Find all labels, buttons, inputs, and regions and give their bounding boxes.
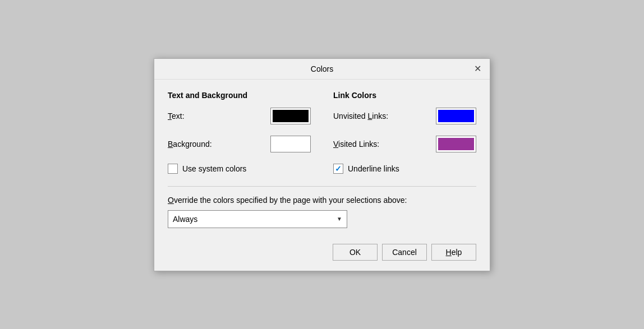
background-color-inner [273,138,309,150]
columns: Text and Background Text: Background: [168,91,476,177]
dropdown-value: Always [173,215,197,224]
checkmark-icon: ✓ [335,165,342,173]
text-color-label: Text: [168,112,185,121]
unvisited-links-row: Unvisited Links: [333,108,476,124]
use-system-colors-checkbox[interactable] [168,164,178,174]
text-background-title: Text and Background [168,91,311,100]
visited-links-inner [438,138,474,150]
text-background-column: Text and Background Text: Background: [168,91,311,177]
link-colors-title: Link Colors [333,91,476,100]
background-color-swatch[interactable] [270,136,311,152]
text-color-row: Text: [168,108,311,124]
underline-links-row: ✓ Underline links [333,164,476,174]
background-color-label: Background: [168,140,212,149]
unvisited-links-label: Unvisited Links: [333,112,388,121]
dropdown-wrapper: Always ▼ [168,210,476,228]
help-button[interactable]: Help [431,244,476,261]
text-color-swatch[interactable] [270,108,311,124]
use-system-colors-label: Use system colors [182,164,246,173]
unvisited-links-inner [438,110,474,122]
override-dropdown[interactable]: Always ▼ [168,210,347,228]
colors-dialog: Colors ✕ Text and Background Text: [154,58,490,271]
dialog-footer: OK Cancel Help [154,237,490,270]
underline-links-label: Underline links [348,164,399,173]
background-color-row: Background: [168,136,311,152]
override-label: Override the colors specified by the pag… [168,196,476,205]
cancel-button[interactable]: Cancel [382,244,427,261]
dropdown-arrow-icon: ▼ [337,216,342,222]
visited-links-row: Visited Links: [333,136,476,152]
text-color-inner [273,110,309,122]
divider [168,186,476,187]
dialog-titlebar: Colors ✕ [154,59,490,80]
dialog-title: Colors [311,64,333,73]
close-button[interactable]: ✕ [470,61,485,77]
ok-button[interactable]: OK [333,244,378,261]
unvisited-links-swatch[interactable] [436,108,476,124]
dialog-body: Text and Background Text: Background: [154,80,490,237]
link-colors-column: Link Colors Unvisited Links: Visited Lin… [333,91,476,177]
visited-links-label: Visited Links: [333,140,379,149]
use-system-colors-row: Use system colors [168,164,311,174]
visited-links-swatch[interactable] [436,136,476,152]
underline-links-checkbox[interactable]: ✓ [333,164,343,174]
